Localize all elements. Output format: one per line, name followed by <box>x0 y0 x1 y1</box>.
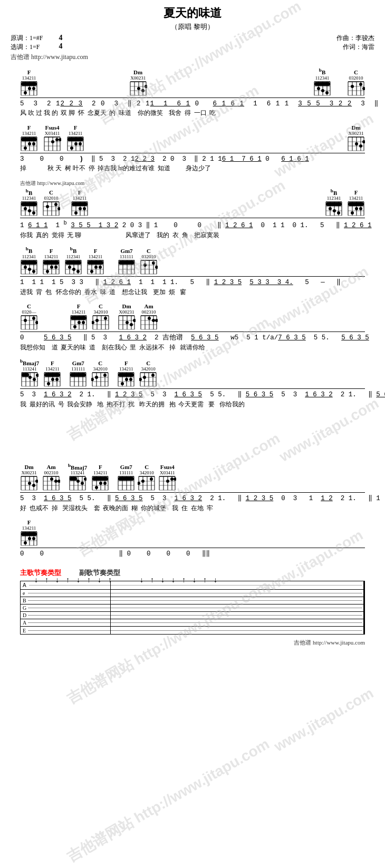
lyric-5: 我想你知 道 夏天的味 道 刻在我心 里 永远抹不 掉 就请你给 <box>20 343 365 352</box>
chord-C-342010: C 342010 <box>92 303 110 330</box>
svg-point-190 <box>46 270 49 273</box>
svg-point-23 <box>137 87 140 90</box>
chord-diagram-F <box>20 81 38 96</box>
svg-point-100 <box>355 142 358 145</box>
tab-staff-container: A ↓ ↑ ↓ ↑ ↓ ↑ ↓ <box>20 581 365 635</box>
chord-F-12: F 134211 <box>20 519 38 547</box>
svg-rect-150 <box>326 202 342 206</box>
notation-section-2: 3 0 0 ) ‖ 5 3 2 12 2 3 2 0 3 ‖ 2 1 16 1 … <box>20 153 365 173</box>
svg-point-375 <box>139 378 142 381</box>
chord-Dm-1: Dm X00231 × <box>129 69 147 96</box>
original-key: 原调：1=#F <box>11 34 43 43</box>
chord-bB-1: bB 112341 <box>313 67 331 96</box>
svg-point-164 <box>351 211 354 214</box>
score-content: F 134211 <box>11 65 374 649</box>
svg-text:×: × <box>347 136 349 138</box>
svg-point-218 <box>99 266 102 269</box>
chord-F-6: F 134211 <box>42 248 60 275</box>
svg-point-24 <box>141 89 145 92</box>
meta-row: 原调：1=#F 选调：1=F 4 4 作曲：李骏杰 作词：海雷 <box>11 34 374 52</box>
svg-point-49 <box>359 83 362 86</box>
svg-point-241 <box>155 266 158 269</box>
svg-point-113 <box>24 207 27 210</box>
notation-section-3: 1 6 1 1 1 b 3 5 5 1 3 2 2 0 3 ‖ 1 0 0 ‖ … <box>20 218 365 240</box>
svg-rect-60 <box>21 138 37 141</box>
svg-rect-412 <box>70 477 77 481</box>
svg-point-125 <box>46 205 49 208</box>
svg-point-115 <box>32 211 35 214</box>
svg-rect-202 <box>65 261 81 265</box>
svg-point-377 <box>151 374 155 377</box>
chord-F-5: F 134211 <box>347 189 365 217</box>
svg-point-439 <box>121 477 124 481</box>
svg-rect-263 <box>71 316 86 320</box>
svg-point-426 <box>95 486 98 489</box>
svg-point-265 <box>78 321 81 324</box>
lyric-4: 进我 背 包 怀念你的 香水 味 道 想念让我 更加 烦 窗 <box>20 288 365 297</box>
section-4: bB 112341 <box>20 246 365 297</box>
svg-point-402 <box>57 480 60 483</box>
chord-Fsus4-3: Fsus4 X03411 × <box>158 464 176 491</box>
chord-F-10: F 134211 <box>117 360 135 387</box>
notation-6: 5 3 1 6 3 2 2 1. ‖ 1 2 3 5 5 3 1 6 3 5 5… <box>20 390 365 400</box>
svg-point-264 <box>73 325 76 328</box>
chord-F-7: F 134211 <box>86 248 104 275</box>
svg-point-314 <box>28 376 32 379</box>
svg-point-88 <box>74 142 78 145</box>
notation-1: 5 3 2 12 2 3 2 0 3 ‖ 2 11 1 6 1 0 6 1 6 … <box>20 99 365 109</box>
chord-F-1: F 134211 <box>20 69 38 96</box>
svg-point-351 <box>95 376 98 379</box>
svg-point-462 <box>166 480 169 483</box>
svg-point-365 <box>129 378 132 381</box>
svg-point-476 <box>28 537 31 540</box>
notation-5: 0 5 6 3 5 ‖ 5 3 1 6 3 2 2 吉他谱 5 6 3 5 w5… <box>20 333 365 343</box>
notation-2: 3 0 0 ) ‖ 5 3 2 12 2 3 2 0 3 ‖ 2 1 16 1 … <box>20 154 365 164</box>
lyric-7: 好 也戒不 掉 哭湿枕头 套 夜晚的面 糊 你的城堡 我 住 在地 牢 <box>20 504 365 513</box>
svg-point-350 <box>91 378 94 381</box>
svg-point-401 <box>54 480 57 483</box>
svg-point-239 <box>143 264 147 267</box>
lyric-1: 风 吹 过 我 的 双 脚 怀 念夏天 的 味道 你的微笑 我舍 得 一口 吃 <box>20 109 365 118</box>
svg-point-363 <box>121 382 124 385</box>
svg-point-102 <box>362 140 365 143</box>
svg-point-451 <box>150 477 153 481</box>
svg-point-252 <box>32 317 35 320</box>
svg-rect-425 <box>92 477 108 481</box>
svg-point-251 <box>24 319 27 322</box>
svg-point-400 <box>50 477 53 481</box>
notation-8: 0 0 ‖ 0 0 0 0 ‖‖ <box>20 549 365 559</box>
svg-text:↑: ↑ <box>87 576 91 584</box>
svg-point-463 <box>170 477 174 481</box>
meta-right: 作曲：李骏杰 作词：海雷 <box>336 34 374 52</box>
svg-rect-137 <box>72 202 88 206</box>
chord-F-11: F 134211 <box>91 464 109 491</box>
chord-C-5: C 342010 <box>91 360 109 387</box>
svg-text:↓: ↓ <box>171 576 175 584</box>
svg-text:×: × <box>43 136 45 138</box>
section-3: 吉他谱 http://www.jitapu.com bB 112341 <box>20 180 365 240</box>
svg-text:×: × <box>118 315 120 316</box>
svg-point-376 <box>143 376 146 379</box>
svg-rect-339 <box>70 373 86 377</box>
svg-point-276 <box>92 321 94 324</box>
svg-point-289 <box>126 321 129 324</box>
svg-text:↓: ↓ <box>98 576 101 584</box>
svg-point-290 <box>130 323 133 326</box>
chord-diag-Dm2: × <box>347 136 365 152</box>
chord-bBmaj7-2: bBmaj7 113241 <box>68 463 87 492</box>
watermark-12: 吉他谱网站 http://www.jitapu.com <box>63 734 273 867</box>
chord-diag-Fsus4: × <box>43 136 61 152</box>
svg-text:↑: ↑ <box>66 576 70 584</box>
section-8: F 134211 <box>20 519 365 559</box>
svg-point-153 <box>337 211 340 214</box>
bottom-website: 吉他谱 http://www.jitapu.com <box>20 639 365 647</box>
svg-text:×: × <box>129 81 131 82</box>
svg-point-89 <box>79 142 82 145</box>
svg-point-253 <box>35 321 38 324</box>
svg-point-278 <box>104 317 107 320</box>
chord-C-7: C 342010 <box>138 464 156 491</box>
chord-bB-5: bB 112341 <box>64 246 82 275</box>
svg-point-415 <box>84 477 86 481</box>
svg-point-316 <box>36 374 38 377</box>
chord-Fsus4-2: Fsus4 X03411 × <box>43 124 61 152</box>
